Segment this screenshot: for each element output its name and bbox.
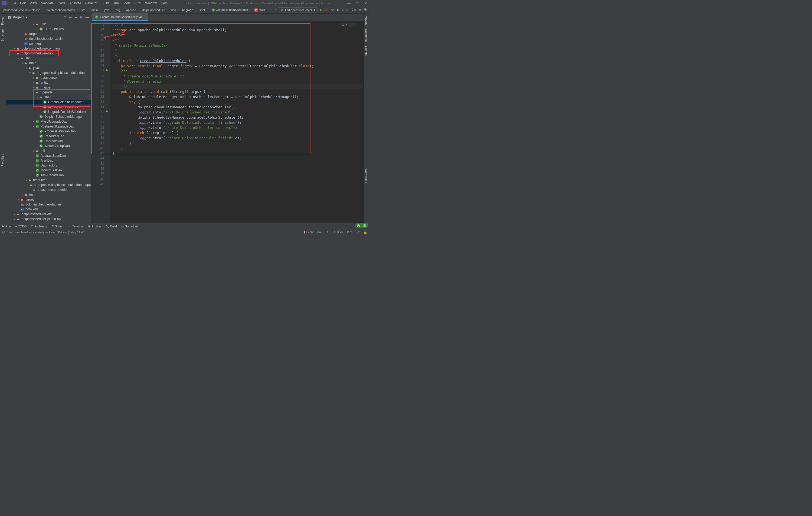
- inspection-widget[interactable]: ▲ 1 ˄ ˅: [340, 23, 356, 27]
- tree-row[interactable]: CCreateDolphinScheduler: [6, 99, 91, 105]
- tree-row[interactable]: ▾🖿shell: [6, 95, 91, 99]
- tree-row[interactable]: ▸🖿utils: [6, 148, 91, 153]
- btab-terminal[interactable]: >_Terminal: [68, 225, 83, 228]
- tree-row[interactable]: ▸🖿dolphinscheduler-common: [6, 46, 91, 51]
- tree-row[interactable]: CHttpClientTest: [6, 27, 91, 31]
- target-icon[interactable]: ⊙: [64, 16, 66, 19]
- tab-structure[interactable]: Structure: [0, 27, 5, 44]
- menu-file[interactable]: File: [9, 1, 18, 6]
- crumb[interactable]: shell: [198, 8, 207, 12]
- status-icon[interactable]: ▢: [2, 230, 5, 234]
- crumb[interactable]: dao: [170, 8, 177, 12]
- crumb[interactable]: dolphinscheduler: [141, 8, 166, 12]
- crumb[interactable]: org: [115, 8, 121, 12]
- tree-row[interactable]: ▾🖿src: [6, 56, 91, 61]
- minimize-icon[interactable]: —: [347, 1, 351, 5]
- tab-codota[interactable]: Codota: [364, 44, 369, 58]
- debug-icon[interactable]: 🐞: [325, 8, 328, 12]
- tab-favorites[interactable]: Favorites: [0, 152, 5, 168]
- up-icon[interactable]: ˄: [349, 23, 351, 27]
- crumb[interactable]: java: [103, 8, 111, 12]
- menu-navigate[interactable]: Navigate: [39, 1, 55, 6]
- tree-row[interactable]: ▸🖿dolphinscheduler-dist: [6, 212, 91, 217]
- tree-row[interactable]: CAlertDao: [6, 158, 91, 163]
- tab-close-icon[interactable]: ×: [143, 15, 145, 19]
- tree-row[interactable]: ▤dolphinscheduler-api.iml: [6, 36, 91, 41]
- hide-icon[interactable]: —: [86, 16, 89, 19]
- git-branch[interactable]: ⎇: [356, 230, 360, 234]
- tree-row[interactable]: CWorkerGroupDao: [6, 143, 91, 148]
- tab-database[interactable]: Database: [364, 27, 369, 44]
- tab-project[interactable]: Project: [0, 13, 5, 27]
- menu-analyze[interactable]: Analyze: [68, 1, 83, 6]
- btab-todo[interactable]: ≡TODO: [15, 225, 27, 228]
- btab-build[interactable]: 🔨Build: [105, 224, 117, 228]
- menu-code[interactable]: Code: [56, 1, 67, 6]
- vcs-icon[interactable]: ⎙: [346, 8, 348, 12]
- gear-icon[interactable]: ⚙: [80, 16, 83, 19]
- crumb[interactable]: C CreateDolphinScheduler: [210, 7, 249, 12]
- tree-row[interactable]: CUpgradeDao: [6, 139, 91, 143]
- translate-icon[interactable]: 文A: [351, 8, 356, 12]
- btab-problems[interactable]: ⊘Problems: [31, 224, 47, 228]
- caret-pos[interactable]: 34:8: [318, 230, 323, 234]
- tab-maven[interactable]: Maven: [364, 13, 369, 27]
- tree-row[interactable]: ▾🖿main: [6, 61, 91, 65]
- tree-row[interactable]: ▸🖿org.apache.dolphinscheduler.dao.mapp: [6, 182, 91, 187]
- tree-row[interactable]: ▾🖿dolphinscheduler-dao: [6, 51, 91, 56]
- layout-icon[interactable]: ▭: [359, 8, 361, 12]
- crumb[interactable]: apache: [125, 8, 137, 12]
- run-config-select[interactable]: ✿ ApiApplicationServer ▾: [278, 7, 318, 12]
- menu-help[interactable]: Help: [159, 1, 169, 6]
- btab-sonarlint[interactable]: ◎SonarLint: [121, 224, 138, 228]
- maximize-icon[interactable]: ▢: [356, 1, 359, 5]
- menu-refactor[interactable]: Refactor: [84, 1, 99, 6]
- tree-row[interactable]: ▸🖿test: [6, 192, 91, 197]
- tree-row[interactable]: mpom.xml: [6, 41, 91, 46]
- down-icon[interactable]: ˅: [353, 23, 354, 27]
- expand-icon[interactable]: ⇥: [75, 16, 77, 19]
- stop-icon[interactable]: ■: [342, 8, 344, 12]
- crumb[interactable]: dolphinscheduler-dao: [46, 8, 76, 12]
- tab-file[interactable]: C CreateDolphinScheduler.java ×: [92, 13, 148, 21]
- search-icon[interactable]: 🔍: [364, 8, 368, 12]
- back-arrow-icon[interactable]: ↩: [273, 8, 276, 12]
- coverage-icon[interactable]: ⟳: [331, 8, 334, 12]
- tree-row[interactable]: CProcessDefinitionDao: [6, 129, 91, 134]
- tree-row[interactable]: ▾🖿org.apache.dolphinscheduler.dao: [6, 70, 91, 75]
- tree-row[interactable]: ▸🖿target: [6, 31, 91, 36]
- code-editor[interactable]: /.../package org.apache.dolphinscheduler…: [110, 21, 364, 223]
- tree-row[interactable]: ▾🖿upgrade: [6, 90, 91, 95]
- tree-row[interactable]: ▾🖿resources: [6, 178, 91, 182]
- crumb[interactable]: upgrade: [181, 8, 194, 12]
- line-sep[interactable]: LF: [327, 230, 330, 234]
- tree-row[interactable]: ▸CMysqlUpgradeDao: [6, 119, 91, 124]
- tree-row[interactable]: CMonitorDBDao: [6, 168, 91, 173]
- tree-row[interactable]: ▸🖿entity: [6, 80, 91, 85]
- indent[interactable]: Tab*: [346, 230, 352, 234]
- lock-icon[interactable]: 🔒: [364, 230, 367, 234]
- collapse-icon[interactable]: ⇤: [69, 16, 72, 19]
- tree-row[interactable]: mpom.xml: [6, 207, 91, 212]
- tree-row[interactable]: ▸🖿target: [6, 197, 91, 202]
- menu-build[interactable]: Build: [100, 1, 110, 6]
- menu-edit[interactable]: Edit: [19, 1, 27, 6]
- encoding[interactable]: UTF-8: [334, 230, 343, 234]
- profile-icon[interactable]: ◉: [337, 8, 339, 12]
- ime-badge[interactable]: 英 , 📗: [355, 223, 368, 228]
- menu-vcs[interactable]: VCS: [133, 1, 143, 6]
- menu-window[interactable]: Window: [143, 1, 158, 6]
- tree-row[interactable]: ▾🖿java: [6, 65, 91, 70]
- tree-row[interactable]: ▸🖿dolphinscheduler-plugin-api: [6, 217, 91, 222]
- menu-run[interactable]: Run: [111, 1, 120, 6]
- menu-tools[interactable]: Tools: [121, 1, 132, 6]
- crumb[interactable]: m main: [253, 7, 266, 12]
- menu-view[interactable]: View: [28, 1, 38, 6]
- btab-profiler[interactable]: ◉Profiler: [88, 224, 101, 228]
- tree-row[interactable]: CDolphinSchedulerManager: [6, 114, 91, 119]
- tree-row[interactable]: ▸CPostgresqlUpgradeDao: [6, 124, 91, 129]
- tree-row[interactable]: ▤datasource.properties: [6, 187, 91, 192]
- tree-row[interactable]: CDaoFactory: [6, 163, 91, 168]
- chevron-down-icon[interactable]: ▾: [25, 16, 27, 19]
- btab-run[interactable]: ▶Run: [2, 224, 11, 228]
